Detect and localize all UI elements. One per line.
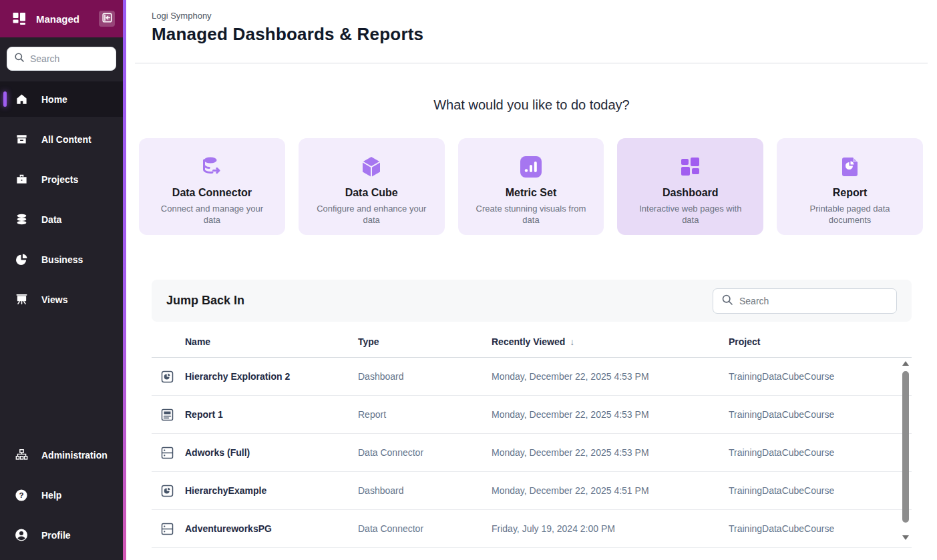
scroll-up-arrow-icon[interactable] (902, 361, 909, 366)
table-row[interactable]: AdventureworksPG Data Connector Friday, … (152, 510, 912, 548)
row-type: Dashboard (358, 485, 492, 496)
row-viewed: Monday, December 22, 2025 4:53 PM (492, 447, 729, 458)
table-row[interactable]: Hierarchy Exploration 2 Dashboard Monday… (152, 358, 912, 396)
sidebar-spacer (0, 322, 123, 437)
row-type: Data Connector (358, 447, 492, 458)
scrollbar-thumb[interactable] (902, 371, 909, 523)
sort-descending-icon: ↓ (570, 336, 574, 347)
bar-chart-icon (519, 154, 543, 180)
breadcrumb: Logi Symphony (152, 11, 937, 21)
cube-icon (359, 154, 384, 180)
card-report[interactable]: Report Printable paged data documents (777, 138, 923, 235)
collapse-arrow-icon (102, 13, 112, 25)
table-scrollbar[interactable] (901, 359, 910, 542)
presentation-icon (15, 293, 28, 306)
jump-back-search-input[interactable] (739, 296, 888, 306)
card-data-cube[interactable]: Data Cube Configure and enhance your dat… (299, 138, 445, 235)
search-icon (14, 52, 25, 65)
column-header-name[interactable]: Name (185, 336, 358, 347)
page-header: Logi Symphony Managed Dashboards & Repor… (126, 0, 937, 45)
column-header-project[interactable]: Project (729, 336, 902, 347)
help-icon: ? (15, 489, 28, 502)
brand-name: Managed (36, 13, 89, 25)
card-description: Interactive web pages with data (634, 204, 747, 226)
sidebar-search[interactable] (7, 47, 116, 71)
card-description: Create stunning visuals from data (474, 204, 588, 226)
card-metric-set[interactable]: Metric Set Create stunning visuals from … (458, 138, 604, 235)
sidebar-item-views[interactable]: Views (0, 282, 123, 317)
svg-text:?: ? (19, 491, 23, 499)
scroll-down-arrow-icon[interactable] (902, 535, 909, 540)
row-project: TrainingDataCubeCourse (729, 523, 902, 534)
database-icon (15, 213, 28, 226)
sidebar-item-label: Business (41, 254, 83, 265)
row-project: TrainingDataCubeCourse (729, 447, 902, 458)
card-title: Dashboard (663, 187, 719, 199)
recent-table: Name Type Recently Viewed ↓ Project (152, 322, 912, 548)
card-description: Connect and manage your data (155, 204, 268, 226)
column-header-recently-viewed[interactable]: Recently Viewed ↓ (492, 336, 729, 347)
column-header-type[interactable]: Type (358, 336, 492, 347)
row-project: TrainingDataCubeCourse (729, 409, 902, 420)
sidebar-item-label: Views (41, 294, 67, 305)
card-data-connector[interactable]: Data Connector Connect and manage your d… (139, 138, 285, 235)
sidebar-item-business[interactable]: Business (0, 242, 123, 277)
app-logo-icon (12, 11, 27, 26)
jump-back-title: Jump Back In (166, 294, 244, 308)
database-arrow-icon (199, 154, 224, 180)
sidebar-item-all-content[interactable]: All Content (0, 121, 123, 157)
row-viewed: Monday, December 22, 2025 4:53 PM (492, 409, 729, 420)
sidebar-nav: Home All Content Projects (0, 81, 123, 560)
row-name[interactable]: AdventureworksPG (185, 523, 358, 534)
pie-chart-icon (15, 253, 28, 266)
sidebar-item-home[interactable]: Home (0, 81, 123, 117)
card-title: Data Connector (172, 187, 252, 199)
sidebar-item-label: Help (41, 490, 61, 501)
card-title: Metric Set (506, 187, 556, 199)
table-row[interactable]: HierarchyExample Dashboard Monday, Decem… (152, 472, 912, 510)
sidebar-item-administration[interactable]: Administration (0, 437, 123, 473)
sidebar-item-help[interactable]: ? Help (0, 477, 123, 513)
card-description: Printable paged data documents (793, 204, 907, 226)
row-name[interactable]: Report 1 (185, 409, 358, 420)
archive-icon (15, 133, 28, 146)
question-heading: What would you like to do today? (126, 97, 937, 113)
sidebar-search-wrap (0, 37, 123, 81)
profile-icon (15, 529, 28, 542)
table-row[interactable]: Report 1 Report Monday, December 22, 202… (152, 396, 912, 434)
row-name[interactable]: Adworks (Full) (185, 447, 358, 458)
main-content: Logi Symphony Managed Dashboards & Repor… (126, 0, 937, 560)
row-type: Report (358, 409, 492, 420)
table-row[interactable]: Adworks (Full) Data Connector Monday, De… (152, 434, 912, 472)
row-type: Data Connector (358, 523, 492, 534)
sidebar-item-projects[interactable]: Projects (0, 162, 123, 197)
dashboard-type-icon (161, 370, 185, 383)
sidebar-header: Managed (0, 0, 123, 37)
sidebar-search-input[interactable] (30, 53, 109, 64)
sidebar-item-label: Projects (41, 174, 78, 185)
table-body: Hierarchy Exploration 2 Dashboard Monday… (152, 358, 912, 548)
data-connector-type-icon (161, 523, 185, 535)
sidebar: Managed (0, 0, 123, 560)
row-viewed: Monday, December 22, 2025 4:53 PM (492, 371, 729, 382)
dashboard-type-icon (161, 485, 185, 497)
report-doc-icon (839, 154, 862, 180)
jump-back-search[interactable] (713, 288, 897, 314)
search-icon (721, 294, 733, 308)
sidebar-item-profile[interactable]: Profile (0, 517, 123, 553)
row-name[interactable]: Hierarchy Exploration 2 (185, 371, 358, 382)
card-title: Data Cube (345, 187, 398, 199)
row-name[interactable]: HierarchyExample (185, 485, 358, 496)
dashboard-grid-icon (679, 154, 703, 180)
sidebar-collapse-button[interactable] (99, 11, 115, 27)
org-chart-icon (15, 449, 28, 462)
card-description: Configure and enhance your data (315, 204, 428, 226)
column-spacer (161, 336, 185, 347)
jump-back-panel: Jump Back In (152, 280, 912, 322)
briefcase-icon (15, 173, 28, 186)
sidebar-item-label: Administration (41, 450, 108, 461)
sidebar-item-label: Data (41, 214, 61, 225)
sidebar-item-data[interactable]: Data (0, 202, 123, 237)
card-title: Report (833, 187, 868, 199)
card-dashboard[interactable]: Dashboard Interactive web pages with dat… (617, 138, 763, 235)
